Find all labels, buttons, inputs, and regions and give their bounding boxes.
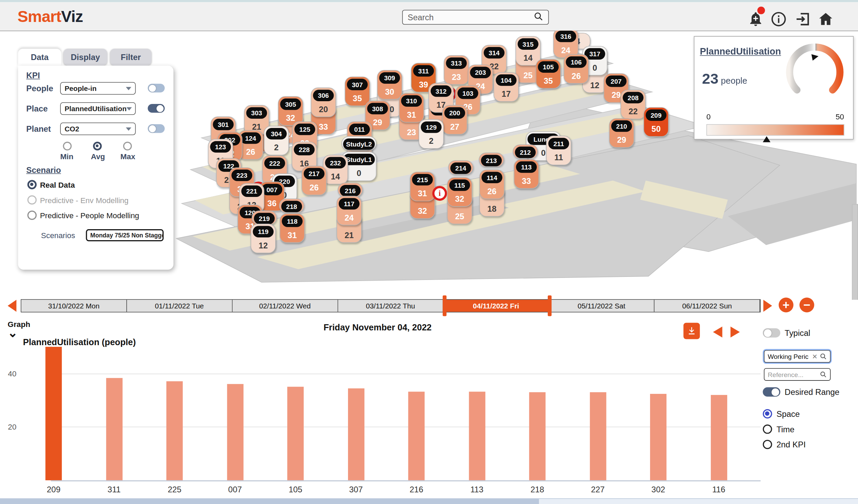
timeline-next-icon[interactable] [763, 300, 772, 312]
x-tick-label: 216 [395, 485, 439, 494]
room-badge[interactable]: 10417 [494, 72, 519, 102]
room-badge[interactable]: 214 [448, 160, 473, 174]
bar-311[interactable] [106, 378, 123, 480]
mode-2ndkpi-radio[interactable] [763, 440, 772, 449]
y-tick-label: 40 [0, 369, 16, 378]
room-number: 211 [548, 138, 569, 149]
search-input[interactable]: Search [402, 10, 549, 25]
room-badge[interactable]: 1142618 [479, 169, 505, 199]
room-number: 117 [339, 198, 360, 209]
alert-info-icon[interactable]: i [432, 186, 447, 201]
room-number: 223 [231, 169, 252, 181]
room-badge[interactable]: 2153132 [410, 172, 435, 201]
room-badge[interactable]: 1153225 [447, 177, 472, 207]
bar-225[interactable] [166, 382, 183, 480]
room-badge[interactable]: 3093010 [377, 70, 402, 99]
bar-307[interactable] [348, 388, 364, 480]
app-header: SmartViz Search [0, 2, 858, 31]
reference-input[interactable]: Reference... [764, 368, 831, 381]
timeline-day-cell[interactable]: 02/11/2022 Wed [232, 300, 338, 312]
room-badge[interactable]: 3042 [264, 126, 289, 155]
timeline-prev-icon[interactable] [8, 300, 16, 312]
timeline-day-cell[interactable]: 06/11/2022 Sun [654, 300, 760, 312]
mode-time-row: Time [763, 424, 795, 434]
x-tick-label: 302 [636, 485, 680, 494]
graph-next-icon[interactable] [731, 327, 740, 338]
gauge-scale-bar [706, 124, 844, 136]
room-badge[interactable]: 20822 [621, 90, 646, 119]
room-badge[interactable]: 213 [479, 153, 504, 167]
mode-2ndkpi-row: 2nd KPI [763, 440, 806, 449]
room-badge[interactable]: 31323 [444, 55, 469, 85]
room-badge[interactable]: 11333 [514, 159, 539, 189]
gauge-min-label: 0 [706, 112, 710, 121]
clear-icon[interactable]: ✕ [812, 353, 818, 360]
app-logo[interactable]: SmartViz [18, 8, 83, 26]
room-badge[interactable]: 21029 [609, 118, 634, 148]
timeline-zoom-in-button[interactable]: + [779, 297, 793, 312]
timeline-day-cell[interactable]: 03/11/2022 Thu [338, 300, 443, 312]
room-value: 17 [494, 86, 518, 101]
room-badge[interactable]: 219 [252, 211, 277, 225]
room-value: 14 [323, 168, 347, 184]
timeline-track[interactable]: 31/10/2022 Mon01/11/2022 Tue02/11/2022 W… [21, 299, 761, 312]
timeline-day-cell[interactable]: 31/10/2022 Mon [21, 300, 127, 312]
timeline-day-cell[interactable]: 05/11/2022 Sat [549, 300, 654, 312]
search-placeholder: Search [408, 13, 434, 22]
room-value: 24 [337, 210, 361, 225]
bar-209[interactable] [45, 347, 62, 480]
home-icon[interactable] [818, 11, 834, 27]
mode-time-radio[interactable] [763, 424, 772, 434]
room-number: 106 [566, 56, 587, 68]
timeline-day-selected[interactable]: 04/11/2022 Fri [443, 300, 549, 312]
room-badge[interactable]: 11912 [251, 224, 276, 253]
room-badge[interactable]: 20027 [442, 105, 467, 134]
bar-105[interactable] [287, 387, 304, 480]
room-number: 217 [304, 168, 325, 179]
bar-227[interactable] [590, 392, 606, 480]
bar-302[interactable] [650, 394, 666, 480]
bar-113[interactable] [469, 391, 485, 480]
horizontal-scrollbar[interactable] [0, 498, 858, 504]
timeline-day-cell[interactable]: 01/11/2022 Tue [127, 300, 232, 312]
desired-range-toggle[interactable] [763, 387, 780, 397]
room-badge[interactable]: 11831 [280, 213, 305, 243]
bar-216[interactable] [408, 391, 425, 480]
room-badge[interactable]: 216 [338, 183, 363, 197]
room-badge[interactable]: 21726 [302, 166, 327, 195]
room-badge[interactable]: 21111 [546, 136, 571, 165]
scrollbar-thumb[interactable] [0, 499, 539, 504]
info-icon[interactable] [770, 11, 787, 27]
graph-controls: Typical Working Peric ✕ Reference... Des… [763, 323, 856, 498]
room-badge[interactable]: 10626 [564, 54, 589, 84]
room-badge[interactable]: 212 [513, 144, 538, 159]
room-badge[interactable]: 1292 [419, 119, 444, 149]
bar-218[interactable] [529, 392, 546, 480]
bar-007[interactable] [227, 384, 243, 480]
gauge-title[interactable]: PlannedUtilisation [700, 47, 787, 58]
graph-prev-icon[interactable] [713, 327, 722, 338]
room-badge[interactable]: 218 [279, 199, 304, 213]
search-icon [820, 353, 827, 360]
timeline-handle-right[interactable] [548, 295, 552, 316]
room-badge[interactable]: 1172421 [337, 196, 362, 225]
typical-toggle[interactable] [763, 328, 780, 338]
map-scrollbar[interactable] [852, 204, 858, 300]
room-value: 33 [514, 173, 538, 188]
download-button[interactable] [683, 323, 700, 339]
mode-space-radio[interactable] [763, 409, 772, 419]
logout-icon[interactable] [795, 11, 811, 27]
search-icon [820, 371, 827, 378]
room-badge[interactable]: 3103123 [399, 93, 424, 122]
timeline-zoom-out-button[interactable]: − [799, 297, 814, 312]
working-period-input[interactable]: Working Peric ✕ [764, 350, 831, 363]
timeline-handle-left[interactable] [442, 295, 446, 316]
room-badge[interactable]: 10535 [536, 59, 561, 89]
room-badge[interactable]: 20950 [644, 107, 669, 137]
room-number: 210 [611, 120, 632, 132]
room-badge[interactable]: 3062033 [311, 87, 336, 117]
bar-116[interactable] [710, 395, 727, 480]
graph-collapse-chevron-icon[interactable]: ⌄ [8, 326, 18, 340]
room-badge[interactable]: StudyL2 [341, 136, 376, 150]
gauge-scale-marker[interactable] [763, 136, 770, 142]
